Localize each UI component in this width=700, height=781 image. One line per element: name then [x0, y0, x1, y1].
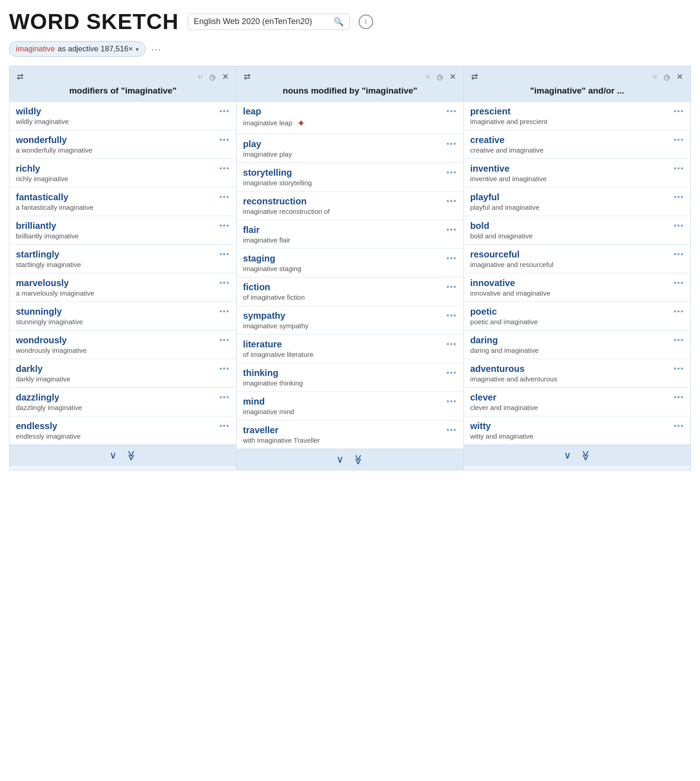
search-input[interactable] — [194, 17, 330, 26]
clock-button[interactable]: ◷ — [208, 72, 217, 82]
item-word[interactable]: darkly — [16, 364, 70, 374]
item-word[interactable]: mind — [243, 396, 294, 407]
item-dots-button[interactable]: ••• — [674, 365, 684, 373]
item-word[interactable]: richly — [16, 163, 68, 174]
item-dots-button[interactable]: ••• — [674, 107, 684, 115]
item-dots-button[interactable]: ••• — [220, 193, 230, 201]
item-word[interactable]: flair — [243, 225, 290, 235]
clock-button[interactable]: ◷ — [436, 72, 444, 82]
item-dots-button[interactable]: ••• — [220, 336, 230, 344]
item-example: imaginative leap ✦ — [243, 118, 305, 129]
item-word[interactable]: marvelously — [16, 278, 94, 288]
item-word[interactable]: fantastically — [16, 192, 94, 203]
load-all-button[interactable]: ≫ — [125, 450, 137, 460]
list-item: resourcefulimaginative and resourceful••… — [464, 245, 690, 273]
item-word[interactable]: creative — [470, 135, 544, 145]
item-dots-button[interactable]: ••• — [447, 369, 457, 377]
close-button[interactable]: ✕ — [449, 71, 457, 83]
grid-button[interactable]: ⁝⁝ — [197, 73, 204, 81]
item-example: a wonderfully imaginative — [16, 146, 92, 154]
item-dots-button[interactable]: ••• — [674, 164, 684, 173]
item-word[interactable]: fiction — [243, 282, 305, 292]
word-pill[interactable]: imaginative as adjective 187,516× ▾ — [9, 41, 146, 57]
swap-button[interactable]: ⇄ — [16, 71, 25, 83]
item-word[interactable]: thinking — [243, 368, 303, 378]
load-more-button[interactable]: ∨ — [336, 454, 344, 465]
item-word[interactable]: leap — [243, 106, 305, 117]
col-2-toolbar: ⇄⁝⁝◷✕ — [243, 71, 457, 83]
item-word[interactable]: prescient — [470, 106, 547, 117]
item-word[interactable]: dazzlingly — [16, 392, 82, 403]
load-more-button[interactable]: ∨ — [109, 450, 117, 461]
item-word[interactable]: wonderfully — [16, 135, 92, 145]
close-button[interactable]: ✕ — [221, 71, 230, 83]
item-dots-button[interactable]: ••• — [220, 107, 230, 115]
item-word[interactable]: reconstruction — [243, 196, 330, 207]
item-dots-button[interactable]: ••• — [220, 422, 230, 430]
item-dots-button[interactable]: ••• — [447, 254, 457, 262]
item-word[interactable]: endlessly — [16, 421, 81, 431]
item-word[interactable]: startlingly — [16, 249, 81, 260]
item-dots-button[interactable]: ••• — [220, 222, 230, 230]
item-word[interactable]: playful — [470, 192, 540, 203]
load-more-button[interactable]: ∨ — [564, 450, 571, 461]
load-all-button[interactable]: ≫ — [579, 450, 591, 460]
item-dots-button[interactable]: ••• — [447, 140, 457, 148]
item-word[interactable]: resourceful — [470, 249, 553, 260]
item-dots-button[interactable]: ••• — [447, 283, 457, 291]
search-button[interactable]: 🔍 — [334, 17, 344, 27]
item-word[interactable]: brilliantly — [16, 221, 79, 231]
item-dots-button[interactable]: ••• — [674, 136, 684, 144]
item-word[interactable]: daring — [470, 335, 539, 346]
item-word[interactable]: literature — [243, 339, 313, 350]
item-dots-button[interactable]: ••• — [220, 164, 230, 173]
item-word[interactable]: clever — [470, 392, 538, 403]
item-word[interactable]: wildly — [16, 106, 69, 117]
item-word[interactable]: stunningly — [16, 306, 83, 317]
item-dots-button[interactable]: ••• — [674, 422, 684, 430]
item-dots-button[interactable]: ••• — [447, 226, 457, 234]
item-dots-button[interactable]: ••• — [447, 426, 457, 434]
clock-button[interactable]: ◷ — [663, 72, 671, 82]
item-dots-button[interactable]: ••• — [220, 279, 230, 287]
item-word[interactable]: wondrously — [16, 335, 87, 346]
item-word[interactable]: bold — [470, 221, 533, 231]
item-dots-button[interactable]: ••• — [220, 365, 230, 373]
item-word[interactable]: staging — [243, 253, 301, 264]
item-word[interactable]: play — [243, 139, 292, 149]
item-dots-button[interactable]: ••• — [447, 197, 457, 205]
column-1: ⇄⁝⁝◷✕modifiers of "imaginative"wildlywil… — [10, 66, 237, 470]
grid-button[interactable]: ⁝⁝ — [652, 73, 658, 81]
item-dots-button[interactable]: ••• — [674, 393, 684, 401]
item-dots-button[interactable]: ••• — [220, 393, 230, 401]
item-word[interactable]: witty — [470, 421, 533, 431]
item-dots-button[interactable]: ••• — [674, 336, 684, 344]
item-dots-button[interactable]: ••• — [447, 107, 457, 115]
item-dots-button[interactable]: ••• — [220, 136, 230, 144]
item-word[interactable]: storytelling — [243, 168, 312, 178]
item-dots-button[interactable]: ••• — [447, 340, 457, 348]
item-word[interactable]: inventive — [470, 163, 547, 174]
load-all-button[interactable]: ≫ — [352, 454, 364, 465]
item-dots-button[interactable]: ••• — [447, 397, 457, 405]
ellipsis-button[interactable]: ··· — [151, 44, 162, 54]
grid-button[interactable]: ⁝⁝ — [425, 73, 431, 81]
info-icon[interactable]: i — [359, 15, 373, 29]
item-dots-button[interactable]: ••• — [674, 193, 684, 201]
swap-button[interactable]: ⇄ — [470, 71, 479, 83]
swap-button[interactable]: ⇄ — [243, 71, 251, 83]
item-dots-button[interactable]: ••• — [674, 250, 684, 258]
item-word[interactable]: traveller — [243, 425, 320, 435]
item-dots-button[interactable]: ••• — [674, 307, 684, 316]
item-dots-button[interactable]: ••• — [674, 279, 684, 287]
item-dots-button[interactable]: ••• — [447, 168, 457, 177]
item-word[interactable]: poetic — [470, 306, 538, 317]
item-word[interactable]: sympathy — [243, 311, 308, 321]
close-button[interactable]: ✕ — [675, 71, 684, 83]
item-dots-button[interactable]: ••• — [220, 250, 230, 258]
item-word[interactable]: adventurous — [470, 364, 557, 374]
item-dots-button[interactable]: ••• — [220, 307, 230, 316]
item-dots-button[interactable]: ••• — [447, 311, 457, 320]
item-dots-button[interactable]: ••• — [674, 222, 684, 230]
item-word[interactable]: innovative — [470, 278, 551, 288]
